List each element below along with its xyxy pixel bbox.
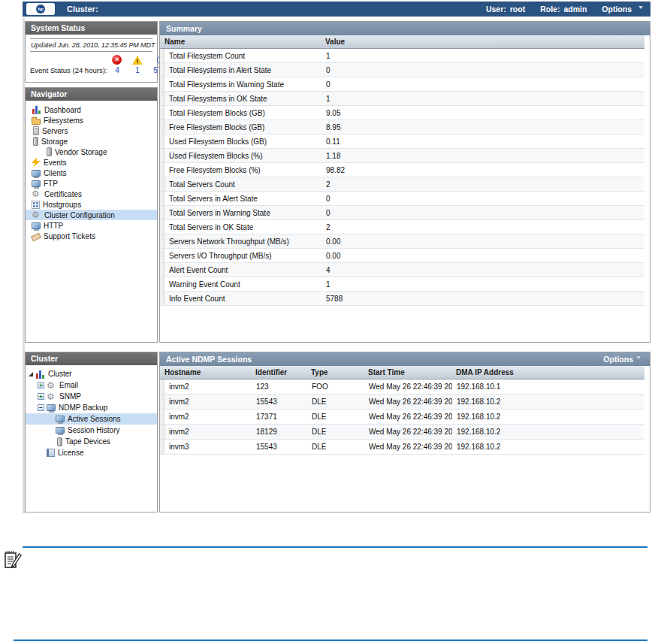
- sidebar-item-events[interactable]: Events: [26, 157, 157, 168]
- book-icon: [47, 449, 55, 457]
- sidebar-item-hostgroups[interactable]: Hostgroups: [26, 199, 157, 210]
- table-row[interactable]: Servers Network Throughput (MB/s)0.00: [160, 234, 644, 249]
- updated-timestamp: Updated Jun. 28, 2010, 12:35:45 PM MDT: [30, 38, 152, 52]
- error-icon: ×: [112, 55, 122, 65]
- sidebar-item-ftp[interactable]: FTP: [26, 178, 157, 189]
- sidebar-item-clients[interactable]: Clients: [26, 168, 157, 178]
- note-icon: [3, 549, 23, 570]
- summary-table: Name Value Total Filesystem Count1 Total…: [160, 35, 644, 306]
- table-row[interactable]: Used Filesystem Blocks (GB)0.11: [160, 135, 644, 149]
- table-row[interactable]: invm217371DLEWed May 26 22:46:39 2010192…: [160, 410, 644, 425]
- sidebar-item-certificates[interactable]: Certificates: [26, 189, 157, 199]
- tree-item-session-history[interactable]: Session History: [26, 425, 157, 436]
- table-row[interactable]: invm215543DLEWed May 26 22:46:39 2010192…: [160, 395, 644, 410]
- system-status-header: System Status: [26, 22, 157, 35]
- computer-icon: [32, 170, 41, 177]
- storage-icon: [33, 137, 38, 146]
- options-menu[interactable]: Options: [602, 5, 643, 14]
- table-row[interactable]: Total Servers Count2: [160, 177, 644, 192]
- expand-plus-icon[interactable]: [38, 382, 44, 389]
- summary-panel: Summary Name Value Total Filesystem Coun…: [159, 21, 650, 343]
- sidebar-item-support-tickets[interactable]: Support Tickets: [26, 231, 157, 241]
- computer-icon: [47, 404, 56, 411]
- table-row[interactable]: Total Servers in Alert State0: [160, 192, 644, 206]
- hp-logo-icon: hp: [36, 5, 45, 14]
- top-bar: hp Cluster: User: root Role: admin Optio…: [23, 2, 650, 17]
- ndmp-header: Active NDMP Sessions: [166, 352, 252, 366]
- column-header-identifier: Identifier: [251, 368, 306, 376]
- sidebar-item-dashboard[interactable]: Dashboard: [26, 104, 157, 115]
- table-row[interactable]: Info Event Count5788: [160, 292, 644, 306]
- gear-icon: [47, 381, 56, 390]
- ndmp-table-header: Hostname Identifier Type Start Time DMA …: [160, 366, 644, 379]
- table-row[interactable]: Total Filesystem Blocks (GB)9.05: [160, 106, 644, 120]
- table-row[interactable]: Warning Event Count1: [160, 277, 644, 292]
- event-status-label: Event Status (24 hours):: [30, 66, 107, 74]
- warning-count-link[interactable]: 1: [127, 66, 147, 74]
- server-icon: [33, 126, 39, 135]
- sidebar-item-storage[interactable]: Storage: [26, 136, 157, 147]
- summary-header: Summary: [166, 22, 202, 35]
- chart-icon: [35, 370, 45, 379]
- tree-item-cluster[interactable]: Cluster: [26, 368, 157, 379]
- navigator-header: Navigator: [26, 88, 157, 101]
- table-row[interactable]: Total Servers in Warning State0: [160, 206, 644, 220]
- expanded-triangle-icon[interactable]: [29, 372, 33, 376]
- gear-icon: [32, 189, 41, 198]
- tree-item-email[interactable]: Email: [26, 379, 157, 391]
- tree-item-active-sessions[interactable]: Active Sessions: [26, 413, 157, 425]
- column-header-value: Value: [321, 38, 644, 46]
- sidebar-item-servers[interactable]: Servers: [26, 125, 157, 136]
- column-header-dma-ip: DMA IP Address: [451, 368, 644, 376]
- chevron-down-icon: [636, 356, 641, 359]
- table-row[interactable]: Alert Event Count4: [160, 263, 644, 277]
- user-value: root: [510, 5, 525, 14]
- tree-item-ndmp-backup[interactable]: NDMP Backup: [26, 402, 157, 413]
- sidebar-item-cluster-configuration[interactable]: Cluster Configuration: [26, 210, 157, 220]
- collapse-minus-icon[interactable]: [38, 404, 44, 411]
- sidebar-item-http[interactable]: HTTP: [26, 220, 157, 231]
- tree-item-license[interactable]: License: [26, 447, 157, 458]
- table-row[interactable]: invm2123FOOWed May 26 22:46:39 2010192.1…: [160, 379, 644, 395]
- storage-icon: [57, 437, 62, 446]
- ndmp-options-menu[interactable]: Options: [603, 352, 641, 366]
- table-row[interactable]: Used Filesystem Blocks (%)1.18: [160, 149, 644, 163]
- cluster-tree: Cluster Email SNMP NDMP Backup Active Se…: [26, 365, 157, 458]
- folder-icon: [32, 119, 41, 125]
- sidebar-item-filesystems[interactable]: Filesystems: [26, 115, 157, 125]
- table-row[interactable]: Total Filesystems in OK State1: [160, 92, 644, 106]
- sidebar-item-vendor-storage[interactable]: Vendor Storage: [26, 147, 157, 157]
- document-page: hp Cluster: User: root Role: admin Optio…: [0, 0, 658, 644]
- ndmp-table: Hostname Identifier Type Start Time DMA …: [160, 366, 644, 455]
- table-row[interactable]: Total Filesystem Count1: [160, 49, 644, 63]
- gear-icon: [47, 392, 56, 401]
- cluster-panel-header: Cluster: [26, 352, 157, 365]
- expand-plus-icon[interactable]: [38, 393, 44, 400]
- warning-icon: [132, 56, 143, 65]
- table-row[interactable]: invm218129DLEWed May 26 22:46:39 2010192…: [160, 425, 644, 440]
- lightning-icon: [32, 158, 41, 167]
- user-label: User:: [486, 5, 506, 14]
- column-header-hostname: Hostname: [160, 368, 251, 376]
- table-row[interactable]: Free Filesystem Blocks (%)98.82: [160, 163, 644, 177]
- window-title: Cluster:: [67, 5, 98, 14]
- table-row[interactable]: Total Servers in OK State2: [160, 220, 644, 234]
- storage-icon: [47, 147, 52, 156]
- chevron-down-icon: [638, 6, 643, 9]
- role-value: admin: [563, 5, 587, 14]
- table-row[interactable]: Total Filesystems in Alert State0: [160, 63, 644, 77]
- tree-item-snmp[interactable]: SNMP: [26, 391, 157, 402]
- tree-item-tape-devices[interactable]: Tape Devices: [26, 436, 157, 447]
- cluster-panel: Cluster Cluster Email SNMP NDMP Backup A…: [25, 352, 158, 512]
- column-header-name: Name: [160, 38, 321, 46]
- gear-icon: [32, 210, 41, 219]
- alert-count-link[interactable]: 4: [107, 66, 127, 74]
- ndmp-sessions-panel: Active NDMP Sessions Options Hostname Id…: [159, 352, 650, 512]
- navigator-panel: Navigator Dashboard Filesystems Servers …: [25, 87, 158, 343]
- table-row[interactable]: Free Filesystem Blocks (GB)8.95: [160, 120, 644, 135]
- table-row[interactable]: invm315543DLEWed May 26 22:46:39 2010192…: [160, 440, 644, 455]
- grid-icon: [32, 201, 40, 209]
- table-row[interactable]: Servers I/O Throughput (MB/s)0.00: [160, 249, 644, 263]
- table-row[interactable]: Total Filesystems in Warning State0: [160, 77, 644, 92]
- role-label: Role:: [540, 5, 560, 14]
